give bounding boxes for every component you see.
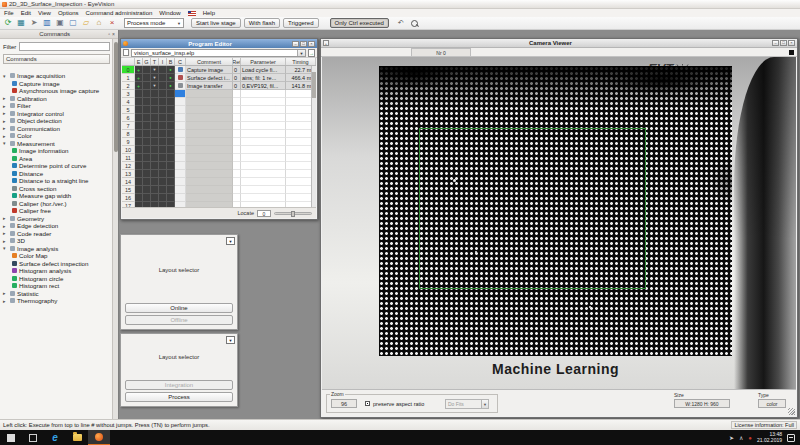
process-mode-select[interactable]: Process mode ▼	[124, 18, 184, 28]
ret-cell[interactable]	[233, 114, 241, 122]
expand-icon[interactable]: ▸	[3, 223, 8, 229]
parameter-cell[interactable]	[241, 162, 286, 170]
flag-cell-g[interactable]	[143, 170, 151, 178]
parameter-cell[interactable]	[241, 90, 286, 98]
table-row[interactable]: 2+▼●Image transfer00,EVP192, fil...141.8…	[122, 82, 316, 90]
notification-center-icon[interactable]	[787, 434, 795, 442]
tree-item-surface-defect-inspection[interactable]: Surface defect inspection	[0, 260, 111, 268]
tree-item-measurement[interactable]: ▾Measurement	[0, 140, 111, 148]
toolbar-button-start-live-stage[interactable]: Start live stage	[191, 18, 241, 28]
flag-cell-g[interactable]	[143, 146, 151, 154]
flag-cell-b[interactable]	[167, 162, 175, 170]
flag-cell-t[interactable]: ▼	[151, 82, 159, 90]
close-icon[interactable]: ×	[107, 18, 117, 28]
command-icon-cell[interactable]	[175, 106, 186, 114]
command-icon-cell[interactable]	[175, 90, 186, 98]
flag-cell-g[interactable]	[143, 114, 151, 122]
flag-cell-e[interactable]	[135, 170, 143, 178]
table-row[interactable]: 3	[122, 90, 316, 98]
tree-item-filter[interactable]: ▸Filter	[0, 102, 111, 110]
ret-cell[interactable]	[233, 146, 241, 154]
comment-cell[interactable]	[186, 178, 233, 186]
resize-grip[interactable]	[788, 408, 795, 415]
tree-item-calibration[interactable]: ▸Calibration	[0, 95, 111, 103]
close-icon[interactable]: ×	[112, 31, 115, 37]
flag-cell-g[interactable]	[143, 178, 151, 186]
ret-cell[interactable]: 0	[233, 66, 241, 74]
flag-cell-t[interactable]	[151, 138, 159, 146]
table-row[interactable]: 11	[122, 154, 316, 162]
command-icon-cell[interactable]	[175, 122, 186, 130]
flag-cell-t[interactable]	[151, 146, 159, 154]
table-row[interactable]: 9	[122, 138, 316, 146]
tree-item-object-detection[interactable]: ▸Object detection	[0, 117, 111, 125]
expand-icon[interactable]: ▸	[3, 230, 8, 236]
ret-cell[interactable]	[233, 194, 241, 202]
flag-cell-e[interactable]: +	[135, 66, 143, 74]
table-row[interactable]: 10	[122, 146, 316, 154]
magnifier-icon[interactable]	[410, 19, 419, 28]
tree-item-histogram-circle[interactable]: Histogram circle	[0, 275, 111, 283]
table-row[interactable]: 6	[122, 114, 316, 122]
tree-item-code-reader[interactable]: ▸Code reader	[0, 230, 111, 238]
toolbar-button-only-ctrl-executed[interactable]: Only Ctrl executed	[330, 18, 389, 28]
command-icon-cell[interactable]	[175, 186, 186, 194]
monitor-icon[interactable]: ▢	[68, 18, 78, 28]
parameter-cell[interactable]	[241, 130, 286, 138]
flag-cell-i[interactable]	[159, 82, 167, 90]
sidebar-scrollbar[interactable]	[112, 39, 118, 419]
toolbar-button-with-flash[interactable]: With flash	[244, 18, 280, 28]
command-icon-cell[interactable]	[175, 138, 186, 146]
flag-cell-b[interactable]	[167, 178, 175, 186]
status-tray-icon[interactable]: ●	[748, 435, 752, 441]
table-scrollbar[interactable]	[311, 66, 316, 207]
export-program-icon[interactable]: →	[308, 49, 315, 57]
parameter-cell[interactable]	[241, 114, 286, 122]
flag-cell-b[interactable]: ●	[167, 66, 175, 74]
expand-icon[interactable]: ▸	[3, 238, 8, 244]
pointer-icon[interactable]: ➤	[29, 18, 39, 28]
dropdown-icon[interactable]: ▼	[226, 336, 235, 344]
folder-icon[interactable]: ▱	[81, 18, 91, 28]
table-icon[interactable]: ▥	[42, 18, 52, 28]
flag-cell-t[interactable]	[151, 98, 159, 106]
command-icon-cell[interactable]	[175, 66, 186, 74]
flag-cell-e[interactable]	[135, 162, 143, 170]
flag-cell-i[interactable]	[159, 178, 167, 186]
dropdown-icon[interactable]: ▼	[226, 237, 235, 245]
ret-cell[interactable]	[233, 122, 241, 130]
flag-cell-e[interactable]	[135, 90, 143, 98]
flag-cell-e[interactable]	[135, 114, 143, 122]
filter-input[interactable]	[19, 42, 110, 51]
table-row[interactable]: 14	[122, 178, 316, 186]
comment-cell[interactable]	[186, 106, 233, 114]
flag-cell-e[interactable]	[135, 146, 143, 154]
tree-item-histogram-rect[interactable]: Histogram rect	[0, 282, 111, 290]
table-row[interactable]: 5	[122, 106, 316, 114]
tree-item-image-acquisition[interactable]: ▾Image acquisition	[0, 72, 111, 80]
parameter-cell[interactable]	[241, 106, 286, 114]
task-view-button[interactable]	[22, 430, 44, 445]
comment-cell[interactable]	[186, 154, 233, 162]
ret-cell[interactable]	[233, 186, 241, 194]
flag-cell-e[interactable]: +	[135, 82, 143, 90]
collapse-icon[interactable]: ▾	[3, 140, 8, 146]
menu-view[interactable]: View	[38, 10, 51, 16]
flag-cell-g[interactable]	[143, 138, 151, 146]
language-flag-icon[interactable]	[188, 11, 196, 16]
minimize-icon[interactable]: –	[292, 41, 299, 47]
flag-cell-i[interactable]	[159, 138, 167, 146]
locate-slider[interactable]	[274, 212, 312, 215]
fit-mode-select[interactable]: Do Fits ▼	[445, 399, 489, 409]
row-number[interactable]: 11	[122, 154, 135, 162]
parameter-cell[interactable]	[241, 146, 286, 154]
parameter-cell[interactable]	[241, 170, 286, 178]
minimize-icon[interactable]: –	[772, 40, 779, 46]
flag-cell-i[interactable]	[159, 194, 167, 202]
comment-cell[interactable]	[186, 138, 233, 146]
menu-options[interactable]: Options	[58, 10, 79, 16]
command-icon-cell[interactable]	[175, 130, 186, 138]
comment-cell[interactable]	[186, 122, 233, 130]
row-number[interactable]: 7	[122, 122, 135, 130]
parameter-cell[interactable]	[241, 122, 286, 130]
